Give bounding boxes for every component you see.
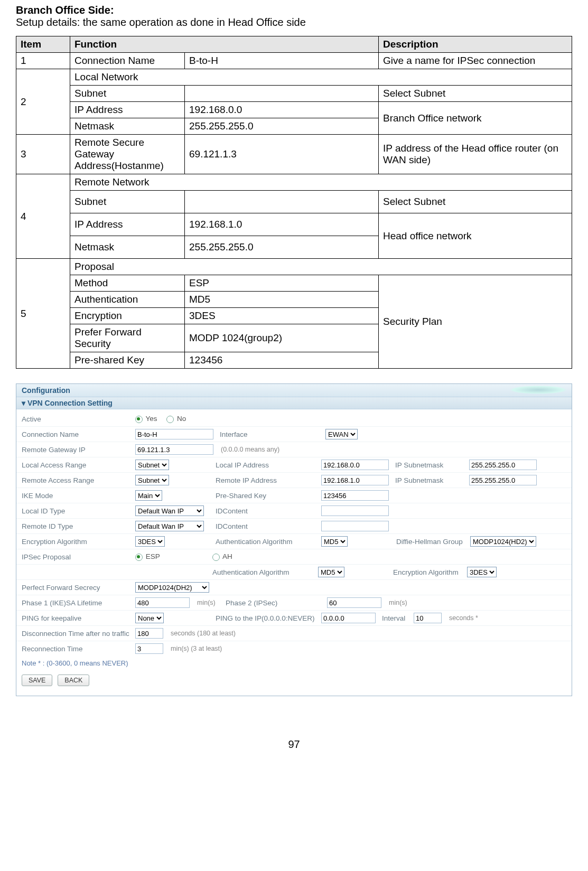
label-interval: Interval — [379, 614, 414, 622]
cell-desc: Give a name for IPSec connection — [379, 53, 572, 69]
cell-value: MODP 1024(group2) — [185, 324, 379, 352]
cell-desc: Select Subnet — [379, 86, 572, 102]
label-interface: Interface — [217, 430, 325, 438]
cell-name: Connection Name — [70, 53, 185, 69]
table-row: 1 Connection Name B-to-H Give a name for… — [16, 53, 572, 69]
select-dh-group[interactable]: MODP1024(HD2) — [470, 536, 536, 547]
input-local-ip[interactable] — [321, 460, 389, 470]
input-phase1[interactable] — [135, 597, 190, 608]
select-pfs[interactable]: MODP1024(DH2) — [135, 582, 209, 593]
radio-active-no[interactable] — [166, 416, 174, 423]
cell-name: Prefer Forward Security — [70, 324, 185, 352]
table-row: IP Address 192.168.1.0 Head office netwo… — [16, 213, 572, 236]
label-ping-toip: PING to the IP(0.0.0.0:NEVER) — [212, 614, 321, 622]
unit-phase1: min(s) — [197, 599, 222, 606]
input-reconnect-time[interactable] — [135, 643, 163, 654]
input-remote-ip[interactable] — [321, 475, 389, 485]
select-enc-alg[interactable]: 3DES — [135, 536, 165, 547]
back-button[interactable]: BACK — [58, 675, 89, 686]
label-psk: Pre-Shared Key — [212, 492, 321, 500]
radio-ah[interactable] — [212, 554, 220, 561]
cell-name: Authentication — [70, 292, 185, 308]
radio-label-yes: Yes — [146, 415, 157, 423]
cell-value: B-to-H — [185, 53, 379, 69]
input-phase2[interactable] — [327, 597, 381, 608]
config-title-bar: Configuration — [16, 384, 572, 397]
label-phase1: Phase 1 (IKE)SA Lifetime — [16, 599, 135, 607]
hint-remote-gw: (0.0.0.0 means any) — [221, 446, 279, 453]
label-auth-alg: Authentication Algorithm — [212, 538, 321, 546]
section-subtitle: Setup details: the same operation as don… — [16, 16, 572, 29]
label-ipsec-auth-alg: Authentication Algorithm — [209, 568, 318, 576]
input-local-mask[interactable] — [469, 460, 537, 470]
radio-active-yes[interactable] — [135, 416, 143, 423]
cell-value — [185, 86, 379, 102]
input-remote-gw[interactable] — [135, 444, 213, 455]
input-disconnect-time[interactable] — [135, 628, 163, 639]
input-lid-content[interactable] — [321, 505, 389, 516]
input-ping-toip[interactable] — [321, 613, 376, 623]
label-phase2: Phase 2 (IPSec) — [222, 599, 327, 607]
page-number: 97 — [16, 738, 572, 751]
cell-name: Subnet — [70, 191, 185, 213]
cell-desc: Branch Office network — [379, 102, 572, 135]
cell-name: IP Address — [70, 102, 185, 118]
cell-value: 192.168.1.0 — [185, 213, 379, 236]
cell-item: 3 — [16, 135, 70, 174]
table-row: Subnet Select Subnet — [16, 191, 572, 213]
cell-name: Netmask — [70, 236, 185, 259]
save-button[interactable]: SAVE — [22, 675, 52, 686]
radio-label-ah: AH — [222, 552, 232, 560]
select-ipsec-auth-alg[interactable]: MD5 — [318, 567, 344, 577]
select-ipsec-enc-alg[interactable]: 3DES — [467, 567, 497, 577]
radio-esp[interactable] — [135, 554, 143, 561]
table-row: 4 Remote Network — [16, 174, 572, 191]
cell-item: 4 — [16, 174, 70, 259]
label-remote-ip: Remote IP Address — [212, 476, 321, 484]
label-ipsec-proposal: IPSec Proposal — [16, 553, 135, 561]
form-area: Active Yes No Connection Name Interface … — [16, 409, 572, 696]
input-conn-name[interactable] — [135, 429, 213, 439]
label-ipsec-enc-alg: Encryption Algorithm — [390, 568, 467, 576]
cell-value — [185, 191, 379, 213]
cell-value: 255.255.255.0 — [185, 236, 379, 259]
label-local-range: Local Access Range — [16, 461, 135, 469]
input-remote-mask[interactable] — [469, 475, 537, 485]
label-local-ip: Local IP Address — [212, 461, 321, 469]
cell-group-header: Remote Network — [70, 174, 572, 191]
select-ike-mode[interactable]: Main — [135, 490, 162, 501]
select-ping-keepalive[interactable]: None — [135, 613, 164, 623]
select-local-range[interactable]: Subnet — [135, 460, 169, 470]
cell-name: Subnet — [70, 86, 185, 102]
label-conn-name: Connection Name — [16, 430, 135, 438]
label-dh-group: Diffie-Hellman Group — [393, 538, 470, 546]
label-remote-mask: IP Subnetmask — [392, 476, 469, 484]
th-function: Function — [70, 36, 379, 53]
radio-label-no: No — [177, 415, 186, 423]
input-rid-content[interactable] — [321, 521, 389, 531]
select-auth-alg[interactable]: MD5 — [321, 536, 348, 547]
table-row: Method ESP Security Plan — [16, 275, 572, 292]
select-remote-id[interactable]: Default Wan IP — [135, 521, 204, 531]
label-enc-alg: Encryption Algorithm — [16, 538, 135, 546]
cell-name: Remote Secure Gateway Address(Hostanme) — [70, 135, 185, 174]
cell-desc: Head office network — [379, 213, 572, 259]
label-remote-gw: Remote Gateway IP — [16, 446, 135, 454]
label-rid-content: IDContent — [212, 522, 321, 530]
select-local-id[interactable]: Default Wan IP — [135, 505, 204, 516]
cell-name: Netmask — [70, 118, 185, 135]
spec-table: Item Function Description 1 Connection N… — [16, 36, 572, 369]
label-local-mask: IP Subnetmask — [392, 461, 469, 469]
table-row: Subnet Select Subnet — [16, 86, 572, 102]
cell-value: 192.168.0.0 — [185, 102, 379, 118]
cell-desc: Security Plan — [379, 275, 572, 369]
label-remote-id: Remote ID Type — [16, 522, 135, 530]
input-interval[interactable] — [414, 613, 442, 623]
cell-value: 255.255.255.0 — [185, 118, 379, 135]
select-interface[interactable]: EWAN — [325, 429, 358, 439]
section-bar[interactable]: VPN Connection Setting — [16, 397, 572, 409]
select-remote-range[interactable]: Subnet — [135, 475, 169, 485]
table-row: 2 Local Network — [16, 69, 572, 86]
input-psk[interactable] — [321, 490, 389, 501]
label-remote-range: Remote Access Range — [16, 476, 135, 484]
